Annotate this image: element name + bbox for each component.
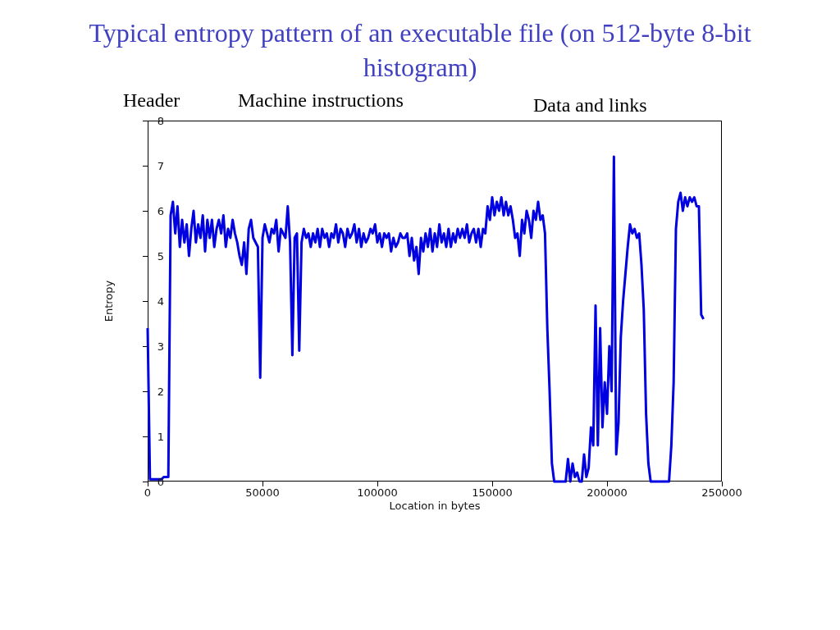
label-instructions: Machine instructions xyxy=(238,89,404,112)
y-tick: 2 xyxy=(158,386,164,398)
segment-labels-row: Header Machine instructions Data and lin… xyxy=(123,89,758,114)
y-tick: 4 xyxy=(158,295,164,308)
label-header: Header xyxy=(123,89,180,112)
y-axis-label: Entropy xyxy=(103,281,115,322)
x-axis-label: Location in bytes xyxy=(390,500,481,512)
y-tick: 5 xyxy=(158,250,164,262)
y-tick: 3 xyxy=(158,340,164,353)
y-tick: 1 xyxy=(158,431,164,443)
x-tick: 0 xyxy=(144,486,151,499)
x-tick: 150000 xyxy=(472,486,513,499)
entropy-line xyxy=(148,121,722,482)
x-tick: 50000 xyxy=(245,486,279,499)
y-tick: 8 xyxy=(158,115,164,127)
label-data-links: Data and links xyxy=(533,94,647,116)
x-tick: 100000 xyxy=(357,486,398,499)
y-tick: 7 xyxy=(158,160,164,172)
page-title: Typical entropy pattern of an executable… xyxy=(0,0,840,89)
x-tick: 200000 xyxy=(587,486,628,499)
y-tick: 6 xyxy=(158,205,164,217)
x-tick: 250000 xyxy=(701,486,742,499)
y-tick: 0 xyxy=(158,476,164,488)
entropy-chart: Entropy Location in bytes 01234567805000… xyxy=(123,121,746,514)
